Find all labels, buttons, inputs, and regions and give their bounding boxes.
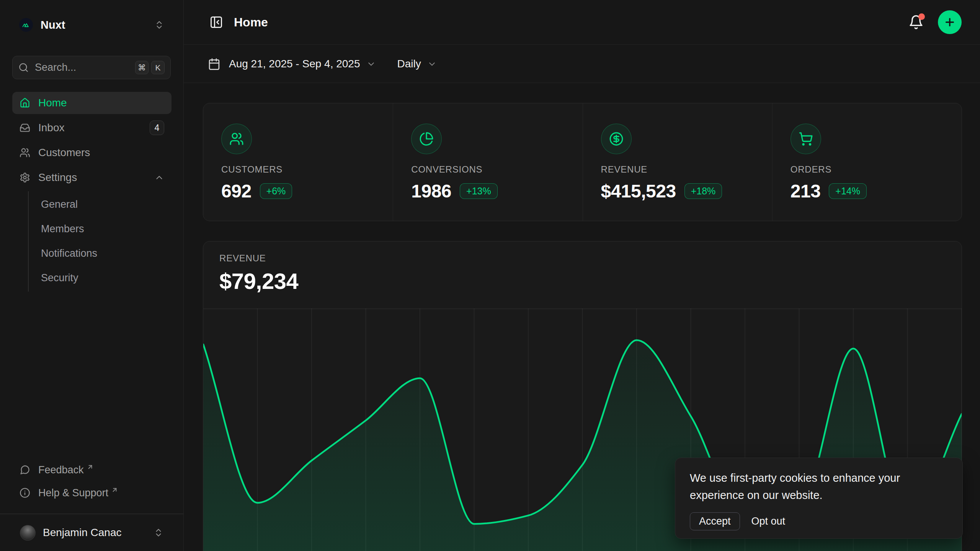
stat-delta-badge: +18% xyxy=(684,183,722,199)
opt-out-button[interactable]: Opt out xyxy=(750,513,787,530)
sidebar-item-home[interactable]: Home xyxy=(12,92,172,114)
stat-label: CONVERSIONS xyxy=(411,164,571,175)
sidebar: Nuxt ⌘ K Home Inbo xyxy=(0,0,184,551)
revenue-chart-label: REVENUE xyxy=(219,253,962,264)
sidebar-footer: Feedback Help & Support xyxy=(12,458,172,504)
header-actions xyxy=(907,10,962,34)
stats-cards: CUSTOMERS 692 +6% CONVERSIONS 1986 +13% xyxy=(203,103,962,221)
panel-left-close-icon xyxy=(209,15,223,29)
accept-cookies-button[interactable]: Accept xyxy=(690,512,740,530)
revenue-chart-header: REVENUE $79,234 xyxy=(203,241,962,294)
users-icon xyxy=(20,147,30,158)
pie-chart-icon xyxy=(419,132,434,146)
user-avatar xyxy=(20,525,36,541)
stat-card-orders[interactable]: ORDERS 213 +14% xyxy=(772,103,962,221)
revenue-chart-value: $79,234 xyxy=(219,268,962,294)
stat-label: REVENUE xyxy=(601,164,761,175)
sidebar-item-label: Home xyxy=(38,97,67,109)
stat-icon-badge xyxy=(791,124,821,154)
stat-icon-badge xyxy=(221,124,252,154)
sidebar-nav: Home Inbox 4 Customers Settings xyxy=(12,92,172,292)
chevron-up-icon xyxy=(154,173,164,183)
kbd-k: K xyxy=(151,61,165,74)
chevrons-up-down-icon xyxy=(154,528,163,538)
search-input-wrap[interactable]: ⌘ K xyxy=(12,56,171,79)
add-button[interactable] xyxy=(938,10,962,34)
user-menu[interactable]: Benjamin Canac xyxy=(6,520,177,546)
stat-value: 1986 xyxy=(411,181,451,202)
stat-card-customers[interactable]: CUSTOMERS 692 +6% xyxy=(203,103,393,221)
page-title: Home xyxy=(234,15,268,29)
stat-card-revenue[interactable]: REVENUE $415,523 +18% xyxy=(583,103,772,221)
user-name: Benjamin Canac xyxy=(43,527,121,539)
sidebar-item-notifications[interactable]: Notifications xyxy=(29,241,172,266)
period-select[interactable]: Daily xyxy=(397,58,437,70)
home-icon xyxy=(20,98,30,108)
sidebar-collapse-button[interactable] xyxy=(208,14,225,31)
sidebar-item-label: Customers xyxy=(38,147,90,159)
help-support-link[interactable]: Help & Support xyxy=(12,481,172,504)
stat-delta-badge: +14% xyxy=(829,183,867,199)
cookie-message: We use first-party cookies to enhance yo… xyxy=(690,469,939,504)
cookie-actions: Accept Opt out xyxy=(690,512,948,530)
sidebar-item-security[interactable]: Security xyxy=(29,266,172,290)
calendar-icon xyxy=(208,58,220,70)
stat-icon-badge xyxy=(411,124,442,154)
search-icon xyxy=(18,62,29,73)
cookie-consent-banner: We use first-party cookies to enhance yo… xyxy=(675,458,963,539)
dollar-circle-icon xyxy=(609,132,624,146)
period-value: Daily xyxy=(397,58,421,70)
chevron-down-icon xyxy=(427,59,437,69)
users-icon xyxy=(229,132,244,146)
chevrons-up-down-icon xyxy=(154,20,164,30)
stat-label: CUSTOMERS xyxy=(221,164,381,175)
search-input[interactable] xyxy=(35,62,132,73)
feedback-link[interactable]: Feedback xyxy=(12,458,172,481)
inbox-unread-badge: 4 xyxy=(150,121,164,135)
gear-icon xyxy=(20,172,30,183)
page-header: Home xyxy=(184,0,980,45)
workspace-name: Nuxt xyxy=(41,19,65,31)
sidebar-item-inbox[interactable]: Inbox 4 xyxy=(12,117,172,139)
unread-indicator-dot xyxy=(918,13,925,20)
stat-value: $415,523 xyxy=(601,181,676,202)
date-range-value: Aug 21, 2025 - Sep 4, 2025 xyxy=(229,58,360,70)
sidebar-item-members[interactable]: Members xyxy=(29,217,172,241)
external-link-icon xyxy=(87,463,94,471)
external-link-icon xyxy=(111,486,118,494)
notifications-button[interactable] xyxy=(907,13,925,31)
stat-card-conversions[interactable]: CONVERSIONS 1986 +13% xyxy=(393,103,582,221)
shopping-cart-icon xyxy=(799,132,813,146)
sidebar-item-label: Settings xyxy=(38,171,77,184)
inbox-icon xyxy=(20,122,30,133)
kbd-cmd: ⌘ xyxy=(135,61,149,74)
sidebar-item-customers[interactable]: Customers xyxy=(12,142,172,164)
filters-toolbar: Aug 21, 2025 - Sep 4, 2025 Daily xyxy=(184,46,980,83)
workspace-selector[interactable]: Nuxt xyxy=(12,14,171,36)
sidebar-item-label: Inbox xyxy=(38,122,65,134)
sidebar-divider xyxy=(0,514,183,514)
dashboard-app: Nuxt ⌘ K Home Inbo xyxy=(0,0,980,551)
sidebar-item-settings[interactable]: Settings xyxy=(12,166,172,189)
help-support-label: Help & Support xyxy=(38,487,108,499)
stat-delta-badge: +6% xyxy=(260,183,292,199)
sidebar-item-general[interactable]: General xyxy=(29,192,172,217)
stat-icon-badge xyxy=(601,124,632,154)
plus-icon xyxy=(944,16,956,28)
stat-value: 692 xyxy=(221,181,252,202)
date-range-picker[interactable]: Aug 21, 2025 - Sep 4, 2025 xyxy=(208,58,376,70)
nuxt-logo-icon xyxy=(19,18,33,32)
settings-subnav: General Members Notifications Security xyxy=(28,191,172,292)
stat-delta-badge: +13% xyxy=(460,183,498,199)
feedback-label: Feedback xyxy=(38,464,84,476)
info-circle-icon xyxy=(20,487,30,498)
chevron-down-icon xyxy=(366,59,376,69)
stat-label: ORDERS xyxy=(791,164,950,175)
stat-value: 213 xyxy=(791,181,821,202)
message-bubble-icon xyxy=(20,465,30,475)
